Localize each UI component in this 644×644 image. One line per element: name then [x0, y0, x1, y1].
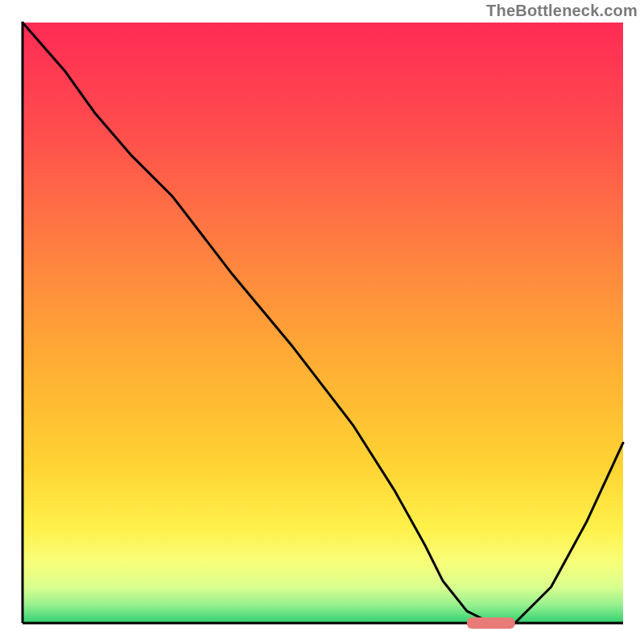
plot-area	[23, 23, 623, 623]
optimum-marker	[467, 617, 515, 629]
watermark: TheBottleneck.com	[486, 2, 638, 20]
bottleneck-chart	[0, 0, 644, 644]
